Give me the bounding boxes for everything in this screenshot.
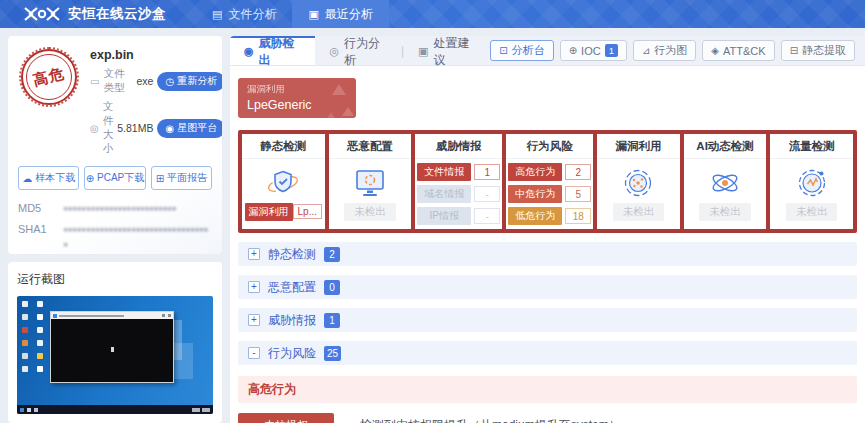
- top-tab-label: 文件分析: [228, 6, 276, 23]
- console-window: [50, 311, 173, 383]
- top-tab-file-analysis[interactable]: ▤ 文件分析: [196, 0, 292, 28]
- sandbox-app: 安恒在线云沙盒 ▤ 文件分析 ▣ 最近分析 高危 exp.bin: [0, 0, 865, 423]
- expand-icon[interactable]: +: [248, 314, 260, 326]
- file-size-icon: ◎: [90, 123, 99, 134]
- low-risk-row[interactable]: 低危行为 18: [508, 207, 591, 225]
- console-titlebar: [51, 312, 172, 319]
- section-threat-intel[interactable]: + 威胁情报 1: [238, 308, 857, 332]
- behavior-item: 内核提权 检测到内核权限提升（从medium提升至system）: [238, 413, 857, 423]
- console-title-text: [59, 315, 124, 317]
- ioc-count-badge: 1: [605, 44, 618, 57]
- summary-col-title: 行为风险: [506, 134, 593, 159]
- tab-behavior-analysis[interactable]: ◎ 行为分析: [315, 36, 400, 65]
- file-intel-label: 文件情报: [417, 163, 471, 181]
- reanalyze-label: 重新分析: [177, 74, 217, 88]
- toolbar-label: 静态提取: [802, 43, 846, 58]
- file-meta: exp.bin ▭ 文件类型 exe ◷ 重新分析 ◎ 文: [90, 46, 222, 156]
- desktop-icons: [22, 301, 43, 372]
- brand-title: 安恒在线云沙盒: [68, 5, 166, 23]
- top-nav: ▤ 文件分析 ▣ 最近分析: [196, 0, 389, 28]
- report-content: ◉ 威胁检出 ◎ 行为分析 | ▣ 处置建议 ⊡ 分析台: [230, 36, 865, 423]
- console-cursor: [111, 347, 114, 352]
- recent-analysis-icon: ▣: [308, 8, 318, 21]
- ioc-icon: ⊕: [569, 45, 577, 56]
- file-type-label: 文件类型: [103, 67, 132, 95]
- toolbar-label: ATT&CK: [723, 45, 766, 57]
- sample-download-button[interactable]: ☁ 样本下载: [18, 166, 79, 190]
- low-risk-count: 18: [565, 208, 591, 224]
- domain-intel-label: 域名情报: [417, 185, 471, 203]
- file-intel-row[interactable]: 文件情报 1: [417, 163, 500, 181]
- toolbar-label: 分析台: [512, 43, 545, 58]
- tab-label: 行为分析: [344, 36, 387, 69]
- clock-icon: ◷: [165, 76, 174, 87]
- tab-label: 威胁检出: [259, 36, 302, 69]
- tab-label: 处置建议: [434, 36, 477, 69]
- summary-col-title: 恶意配置: [329, 134, 412, 159]
- static-result-value: Lp...: [293, 204, 322, 219]
- start-button-icon: [20, 408, 24, 412]
- section-count-badge: 0: [324, 280, 340, 295]
- ioc-button[interactable]: ⊕ IOC 1: [560, 40, 627, 61]
- md5-value: •••••••••••••••••••••••••: [64, 202, 177, 216]
- not-detected-badge: 未检出: [613, 203, 665, 221]
- low-risk-label: 低危行为: [508, 207, 562, 225]
- screenshot-card: 运行截图: [8, 262, 222, 423]
- threat-family-name: LpeGeneric: [247, 98, 347, 112]
- behavior-description: 检测到内核权限提升（从medium提升至system）: [360, 417, 621, 423]
- section-malicious-config[interactable]: + 恶意配置 0: [238, 275, 857, 299]
- high-risk-label: 高危行为: [508, 163, 562, 181]
- pcap-download-button[interactable]: ⊕ PCAP下载: [84, 166, 145, 190]
- summary-col-malicious-config: 恶意配置 未检出: [329, 134, 412, 229]
- high-risk-row[interactable]: 高危行为 2: [508, 163, 591, 181]
- summary-col-ai-dynamic: AI动态检测 未检出: [684, 134, 767, 229]
- sha1-row: SHA1 •••••••••••••••••••••••••••••••••: [18, 223, 212, 252]
- domain-intel-value: -: [474, 186, 500, 202]
- threat-family-tag[interactable]: 漏洞利用 LpeGeneric: [238, 78, 356, 118]
- vm-screenshot[interactable]: [17, 296, 213, 414]
- medium-risk-row[interactable]: 中危行为 5: [508, 185, 591, 203]
- static-extract-button[interactable]: ⊟ 静态提取: [781, 40, 855, 61]
- report-icon: ⊞: [156, 173, 164, 184]
- not-detected-badge: 未检出: [344, 203, 396, 221]
- section-behavior-risk[interactable]: - 行为风险 25: [238, 341, 857, 365]
- expand-icon[interactable]: +: [248, 248, 260, 260]
- top-tab-recent-analysis[interactable]: ▣ 最近分析: [292, 0, 388, 28]
- section-static-detection[interactable]: + 静态检测 2: [238, 242, 857, 266]
- attack-matrix-button[interactable]: ◈ ATT&CK: [702, 40, 774, 61]
- file-intel-value: 1: [474, 164, 500, 180]
- not-detected-badge: 未检出: [786, 203, 838, 221]
- section-count-badge: 25: [324, 346, 341, 361]
- behavior-analysis-icon: ◎: [329, 45, 339, 58]
- sidebar: 高危 exp.bin ▭ 文件类型 exe ◷ 重新分析: [8, 36, 222, 423]
- atom-icon: [709, 168, 741, 198]
- summary-col-title: 流量检测: [770, 134, 853, 159]
- tab-disposal-advice[interactable]: ▣ 处置建议: [404, 36, 490, 65]
- shield-check-icon: [266, 168, 300, 198]
- collapse-icon[interactable]: -: [248, 347, 260, 359]
- system-tray: [192, 408, 210, 412]
- flat-report-button[interactable]: ⊞ 平面报告: [151, 166, 212, 190]
- ip-intel-row: IP情报 -: [417, 207, 500, 225]
- warning-triangle-icon: [342, 107, 354, 116]
- expand-icon[interactable]: +: [248, 281, 260, 293]
- summary-col-traffic: 流量检测 未检出: [770, 134, 853, 229]
- behavior-graph-button[interactable]: ⊿ 行为图: [633, 40, 696, 61]
- domain-intel-row: 域名情报 -: [417, 185, 500, 203]
- file-name: exp.bin: [90, 48, 222, 62]
- static-result[interactable]: 漏洞利用 Lp...: [245, 203, 322, 221]
- section-label: 行为风险: [268, 345, 316, 362]
- warning-triangle-icon: [326, 112, 336, 118]
- risk-stamp-label: 高危: [31, 64, 67, 90]
- summary-col-title: 静态检测: [242, 134, 325, 159]
- tab-threat-detection[interactable]: ◉ 威胁检出: [230, 36, 315, 65]
- analysis-desk-button[interactable]: ⊡ 分析台: [490, 40, 553, 61]
- pcap-download-label: PCAP下载: [97, 171, 144, 185]
- kernel-privilege-tag[interactable]: 内核提权: [238, 413, 334, 423]
- md5-label: MD5: [18, 202, 64, 216]
- starmap-button[interactable]: ◉ 星图平台: [157, 119, 222, 138]
- reanalyze-button[interactable]: ◷ 重新分析: [157, 72, 222, 91]
- md5-row: MD5 •••••••••••••••••••••••••: [18, 202, 212, 216]
- summary-col-threat-intel: 威胁情报 文件情报 1 域名情报 -: [415, 134, 502, 229]
- medium-risk-count: 5: [565, 186, 591, 202]
